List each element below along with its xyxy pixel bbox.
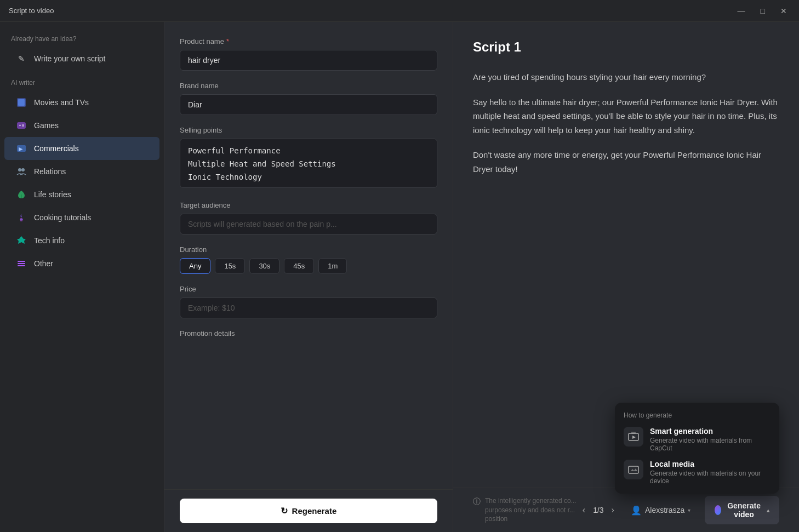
app-body: Already have an idea? ✎ Write your own s… <box>0 22 799 532</box>
right-panel: Script 1 Are you tired of spending hours… <box>453 22 799 532</box>
commercials-icon: ▶ <box>15 142 27 155</box>
footer-right: ‹ 1/3 › 👤 Alexstrasza ▾ Generate video ▴ <box>580 496 779 524</box>
minimize-button[interactable]: — <box>734 5 749 16</box>
next-page-button[interactable]: › <box>609 503 617 517</box>
life-stories-label: Life stories <box>34 190 71 199</box>
duration-45s[interactable]: 45s <box>284 258 314 274</box>
product-name-group: Product name * <box>180 37 437 71</box>
generate-label: Generate video <box>726 501 762 519</box>
price-label: Price <box>180 285 437 293</box>
script-paragraph-1: Are you tired of spending hours styling … <box>473 70 779 84</box>
svg-text:▶: ▶ <box>19 146 23 152</box>
ai-writer-label: AI writer <box>0 70 164 91</box>
duration-buttons: Any 15s 30s 45s 1m <box>180 258 437 274</box>
duration-15s[interactable]: 15s <box>215 258 245 274</box>
center-footer: ↻ Regenerate <box>164 489 453 532</box>
svg-rect-4 <box>20 124 20 126</box>
smart-gen-title: Smart generation <box>650 427 771 436</box>
commercials-label: Commercials <box>34 144 79 153</box>
cooking-icon <box>15 211 27 224</box>
sidebar-item-cooking[interactable]: Cooking tutorials <box>4 206 159 229</box>
selling-points-label: Selling points <box>180 126 437 134</box>
tooltip-title: How to generate <box>624 411 771 419</box>
promotion-details-group: Promotion details <box>180 329 437 337</box>
user-chevron-icon: ▾ <box>688 507 690 513</box>
brand-name-label: Brand name <box>180 82 437 90</box>
page-display: 1/3 <box>593 506 603 514</box>
smart-gen-desc: Generate video with materials from CapCu… <box>650 437 771 452</box>
sidebar-item-other[interactable]: Other <box>4 252 159 275</box>
form-area: Product name * Brand name Selling points… <box>164 22 453 489</box>
price-group: Price <box>180 285 437 318</box>
write-own-label: Write your own script <box>34 54 105 63</box>
maximize-button[interactable]: □ <box>757 5 768 16</box>
svg-marker-12 <box>17 236 26 244</box>
life-stories-icon <box>15 188 27 201</box>
target-audience-group: Target audience <box>180 201 437 234</box>
target-audience-input[interactable] <box>180 214 437 234</box>
window-controls: — □ ✕ <box>734 5 790 16</box>
games-icon <box>15 119 27 131</box>
generate-chevron-icon: ▴ <box>767 507 769 513</box>
sidebar-item-life-stories[interactable]: Life stories <box>4 183 159 206</box>
script-footer: ⓘ The intelligently generated co... purp… <box>453 488 799 532</box>
sidebar-item-games[interactable]: Games <box>4 114 159 137</box>
info-icon: ⓘ <box>473 496 481 507</box>
svg-rect-14 <box>18 263 25 264</box>
disclaimer: ⓘ The intelligently generated co... purp… <box>473 496 580 524</box>
movies-icon <box>15 96 27 108</box>
sidebar-item-write-own[interactable]: ✎ Write your own script <box>4 47 159 70</box>
product-name-label: Product name * <box>180 37 437 45</box>
required-star: * <box>226 37 229 45</box>
duration-group: Duration Any 15s 30s 45s 1m <box>180 245 437 274</box>
regenerate-button[interactable]: ↻ Regenerate <box>180 499 437 523</box>
script-paragraph-2: Say hello to the ultimate hair dryer; ou… <box>473 95 779 138</box>
svg-point-9 <box>18 168 21 171</box>
close-button[interactable]: ✕ <box>777 5 790 16</box>
svg-marker-18 <box>632 436 636 439</box>
promotion-details-label: Promotion details <box>180 329 437 337</box>
tech-label: Tech info <box>34 236 65 245</box>
svg-point-6 <box>22 125 24 127</box>
svg-rect-19 <box>629 466 638 473</box>
selling-points-input[interactable]: Powerful Performance Multiple Heat and S… <box>180 139 437 188</box>
tooltip-local-media[interactable]: Local media Generate video with material… <box>624 460 771 485</box>
user-name: Alexstrasza <box>645 506 684 514</box>
product-name-input[interactable] <box>180 50 437 71</box>
local-media-icon <box>624 460 643 479</box>
tooltip-smart-generation[interactable]: Smart generation Generate video with mat… <box>624 427 771 452</box>
generate-video-button[interactable]: Generate video ▴ <box>705 496 779 524</box>
local-media-title: Local media <box>650 460 771 468</box>
user-button[interactable]: 👤 Alexstrasza ▾ <box>625 502 696 519</box>
pencil-icon: ✎ <box>15 53 27 65</box>
sidebar-item-relations[interactable]: Relations <box>4 160 159 183</box>
tooltip-popup: How to generate Smart generation Generat… <box>615 403 779 494</box>
svg-rect-2 <box>17 122 26 129</box>
already-have-label: Already have an idea? <box>0 33 164 47</box>
other-label: Other <box>34 259 53 268</box>
center-panel: Product name * Brand name Selling points… <box>164 22 453 532</box>
prev-page-button[interactable]: ‹ <box>580 503 587 517</box>
games-label: Games <box>34 121 59 130</box>
svg-rect-13 <box>18 261 25 262</box>
duration-any[interactable]: Any <box>180 258 210 274</box>
sidebar-item-commercials[interactable]: ▶ Commercials <box>4 137 159 160</box>
price-input[interactable] <box>180 298 437 318</box>
svg-point-10 <box>21 168 25 171</box>
brand-name-input[interactable] <box>180 94 437 115</box>
selling-points-container: Powerful Performance Multiple Heat and S… <box>180 139 437 190</box>
relations-icon <box>15 165 27 178</box>
cooking-label: Cooking tutorials <box>34 213 91 222</box>
regenerate-icon: ↻ <box>281 506 288 516</box>
local-media-desc: Generate video with materials on your de… <box>650 470 771 485</box>
sidebar-item-movies[interactable]: Movies and TVs <box>4 91 159 114</box>
sidebar-item-tech-info[interactable]: Tech info <box>4 229 159 252</box>
disclaimer-text: The intelligently generated co... purpos… <box>485 496 580 524</box>
svg-rect-15 <box>18 265 25 266</box>
duration-30s[interactable]: 30s <box>249 258 279 274</box>
duration-1m[interactable]: 1m <box>318 258 347 274</box>
page-nav: ‹ 1/3 › <box>580 503 617 517</box>
title-bar: Script to video — □ ✕ <box>0 0 799 22</box>
target-audience-label: Target audience <box>180 201 437 209</box>
relations-label: Relations <box>34 167 66 176</box>
